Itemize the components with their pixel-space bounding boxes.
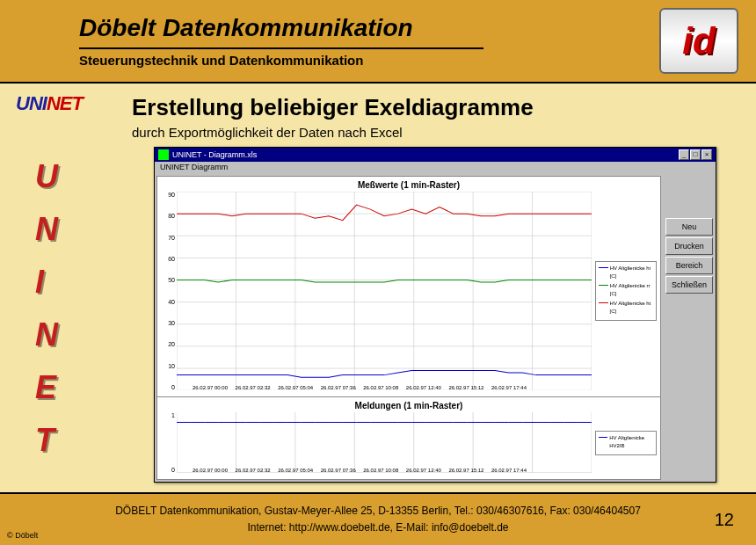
drucken-button[interactable]: Drucken xyxy=(665,237,713,255)
chart2-title: Meldungen (1 min-Raster) xyxy=(161,401,657,411)
side-buttons: Neu Drucken Bereich Schließen xyxy=(663,174,716,482)
chart-messwerte: Meßwerte (1 min-Raster) 9080706050403020… xyxy=(157,177,660,397)
header-bar: Döbelt Datenkommunikation Steuerungstech… xyxy=(0,0,756,84)
uninet-logo: UNINET xyxy=(16,92,83,115)
close-button[interactable]: × xyxy=(701,149,712,160)
footer-bar: © Döbelt DÖBELT Datenkommunikation, Gust… xyxy=(0,492,756,545)
chart1-title: Meßwerte (1 min-Raster) xyxy=(161,180,657,190)
chart1-xaxis: 26.02.97 00:0026.02.97 02:3226.02.97 05:… xyxy=(193,385,527,390)
logo-text: id xyxy=(682,20,715,62)
bereich-button[interactable]: Bereich xyxy=(665,257,713,274)
chart1-legend: HV Altglienicke hi [C]HV Altglienicke rr… xyxy=(595,261,657,321)
neu-button[interactable]: Neu xyxy=(665,218,713,236)
slide-subtitle: durch Exportmöglichkeit der Daten nach E… xyxy=(132,125,738,140)
copyright: © Döbelt xyxy=(7,531,38,540)
window-titlebar: UNINET - Diagramm.xls _ □ × xyxy=(155,148,716,162)
header-divider xyxy=(79,47,483,49)
schliessen-button[interactable]: Schließen xyxy=(665,276,713,294)
minimize-button[interactable]: _ xyxy=(679,149,689,160)
vertical-brand: U N I N E T xyxy=(35,158,58,459)
chart2-legend: HV Altglienicke HV2IB xyxy=(595,431,657,455)
menu-bar[interactable]: UNINET Diagramm xyxy=(155,162,716,174)
chart2-yaxis: 10 xyxy=(161,412,177,473)
excel-window: UNINET - Diagramm.xls _ □ × UNINET Diagr… xyxy=(154,147,716,483)
chart-meldungen: Meldungen (1 min-Raster) 10 26.02.97 00:… xyxy=(157,397,660,479)
content-area: UNINET U N I N E T Erstellung beliebiger… xyxy=(0,84,756,492)
header-title: Döbelt Datenkommunikation xyxy=(79,14,659,42)
chart-area: Meßwerte (1 min-Raster) 9080706050403020… xyxy=(156,176,661,480)
maximize-button[interactable]: □ xyxy=(690,149,701,160)
page-number: 12 xyxy=(715,510,734,530)
header-subtitle: Steuerungstechnik und Datenkommunikation xyxy=(79,53,659,68)
chart1-yaxis: 9080706050403020100 xyxy=(161,192,177,390)
app-icon xyxy=(158,149,169,160)
company-logo: id xyxy=(659,8,738,74)
footer-contact: DÖBELT Datenkommunikation, Gustav-Meyer-… xyxy=(0,503,756,536)
window-title: UNINET - Diagramm.xls xyxy=(172,150,679,159)
slide-title: Erstellung beliebiger Exeldiagramme xyxy=(132,94,738,121)
chart2-xaxis: 26.02.97 00:0026.02.97 02:3226.02.97 05:… xyxy=(193,468,527,473)
